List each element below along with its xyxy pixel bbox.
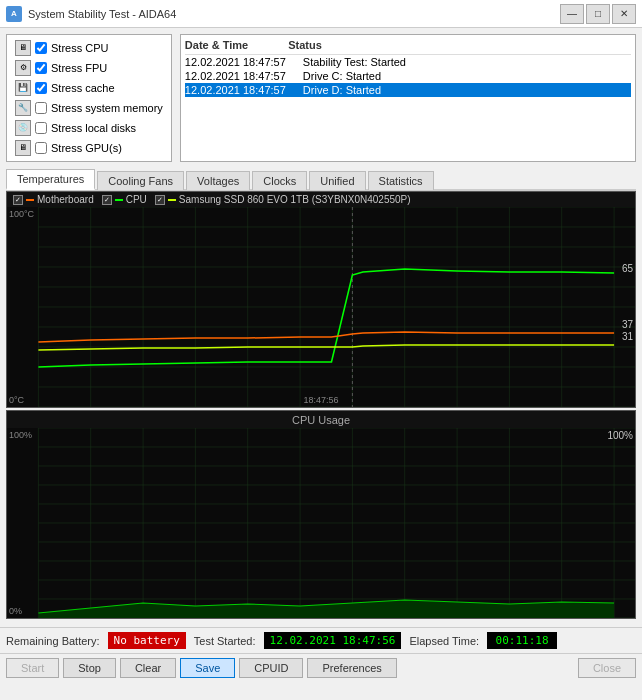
tabs-bar: Temperatures Cooling Fans Voltages Clock… <box>6 168 636 191</box>
cpu-icon: 🖥 <box>15 40 31 56</box>
stress-memory-checkbox[interactable] <box>35 102 47 114</box>
stress-cpu-checkbox[interactable] <box>35 42 47 54</box>
stress-cpu-row[interactable]: 🖥 Stress CPU <box>15 39 163 57</box>
legend-cpu-label: CPU <box>126 194 147 205</box>
test-started-value: 12.02.2021 18:47:56 <box>264 632 402 649</box>
minimize-button[interactable]: — <box>560 4 584 24</box>
stress-disks-checkbox[interactable] <box>35 122 47 134</box>
clear-button[interactable]: Clear <box>120 658 176 678</box>
save-button[interactable]: Save <box>180 658 235 678</box>
elapsed-label: Elapsed Time: <box>409 635 479 647</box>
cpu-chart: 100% 0% 100% <box>7 428 635 618</box>
stress-memory-label: Stress system memory <box>51 102 163 114</box>
maximize-button[interactable]: □ <box>586 4 610 24</box>
stress-disks-row[interactable]: 💿 Stress local disks <box>15 119 163 137</box>
stress-memory-row[interactable]: 🔧 Stress system memory <box>15 99 163 117</box>
legend-motherboard: ✓ Motherboard <box>13 194 94 205</box>
log-status-3: Drive D: Started <box>303 84 631 96</box>
start-button[interactable]: Start <box>6 658 59 678</box>
legend-mb-label: Motherboard <box>37 194 94 205</box>
temp-value-37: 37 <box>622 319 633 330</box>
chart-timestamp: 18:47:56 <box>303 395 338 405</box>
close-button[interactable]: ✕ <box>612 4 636 24</box>
log-entry-2[interactable]: 12.02.2021 18:47:57 Drive C: Started <box>185 69 631 83</box>
log-panel: Date & Time Status 12.02.2021 18:47:57 S… <box>180 34 636 162</box>
log-col-date: Date & Time <box>185 39 248 51</box>
log-date-1: 12.02.2021 18:47:57 <box>185 56 295 68</box>
tab-clocks[interactable]: Clocks <box>252 171 307 190</box>
stress-gpu-label: Stress GPU(s) <box>51 142 122 154</box>
main-window: 🖥 Stress CPU ⚙ Stress FPU 💾 Stress cache… <box>0 28 642 627</box>
test-started-label: Test Started: <box>194 635 256 647</box>
log-col-status: Status <box>288 39 322 51</box>
elapsed-value: 00:11:18 <box>487 632 557 649</box>
battery-label: Remaining Battery: <box>6 635 100 647</box>
chart-legend: ✓ Motherboard ✓ CPU ✓ Samsung SSD 860 EV… <box>7 192 635 207</box>
stress-cache-row[interactable]: 💾 Stress cache <box>15 79 163 97</box>
memory-icon: 🔧 <box>15 100 31 116</box>
close-window-button[interactable]: Close <box>578 658 636 678</box>
stress-fpu-row[interactable]: ⚙ Stress FPU <box>15 59 163 77</box>
cpu-right-100: 100% <box>607 430 633 441</box>
bottom-bar: Remaining Battery: No battery Test Start… <box>0 627 642 653</box>
battery-value: No battery <box>108 632 186 649</box>
title-bar: A System Stability Test - AIDA64 — □ ✕ <box>0 0 642 28</box>
app-icon: A <box>6 6 22 22</box>
preferences-button[interactable]: Preferences <box>307 658 396 678</box>
log-date-3: 12.02.2021 18:47:57 <box>185 84 295 96</box>
temp-chart-svg <box>7 207 635 407</box>
legend-cpu: ✓ CPU <box>102 194 147 205</box>
legend-ssd-label: Samsung SSD 860 EVO 1TB (S3YBNX0N402550P… <box>179 194 411 205</box>
stress-disks-label: Stress local disks <box>51 122 136 134</box>
tab-unified[interactable]: Unified <box>309 171 365 190</box>
cpu-chart-svg <box>7 428 635 618</box>
tab-cooling-fans[interactable]: Cooling Fans <box>97 171 184 190</box>
cpu-chart-container: CPU Usage <box>6 410 636 619</box>
tab-voltages[interactable]: Voltages <box>186 171 250 190</box>
legend-ssd: ✓ Samsung SSD 860 EVO 1TB (S3YBNX0N40255… <box>155 194 411 205</box>
fpu-icon: ⚙ <box>15 60 31 76</box>
log-status-2: Drive C: Started <box>303 70 631 82</box>
stress-fpu-checkbox[interactable] <box>35 62 47 74</box>
title-bar-left: A System Stability Test - AIDA64 <box>6 6 176 22</box>
temp-value-65: 65 <box>622 263 633 274</box>
stop-button[interactable]: Stop <box>63 658 116 678</box>
legend-cpu-color <box>115 199 123 201</box>
tab-statistics[interactable]: Statistics <box>368 171 434 190</box>
temp-chart-container: ✓ Motherboard ✓ CPU ✓ Samsung SSD 860 EV… <box>6 191 636 408</box>
legend-ssd-color <box>168 199 176 201</box>
action-bar: Start Stop Clear Save CPUID Preferences … <box>0 653 642 682</box>
log-status-1: Stability Test: Started <box>303 56 631 68</box>
stress-cache-label: Stress cache <box>51 82 115 94</box>
window-title: System Stability Test - AIDA64 <box>28 8 176 20</box>
stress-cache-checkbox[interactable] <box>35 82 47 94</box>
log-date-2: 12.02.2021 18:47:57 <box>185 70 295 82</box>
gpu-icon: 🖥 <box>15 140 31 156</box>
legend-cpu-checkbox[interactable]: ✓ <box>102 195 112 205</box>
cpu-chart-title: CPU Usage <box>7 411 635 428</box>
stress-fpu-label: Stress FPU <box>51 62 107 74</box>
legend-ssd-checkbox[interactable]: ✓ <box>155 195 165 205</box>
legend-mb-checkbox[interactable]: ✓ <box>13 195 23 205</box>
log-header: Date & Time Status <box>185 39 631 55</box>
cpu-usage-outer: CPU Usage <box>6 410 636 619</box>
log-entry-3[interactable]: 12.02.2021 18:47:57 Drive D: Started <box>185 83 631 97</box>
tab-temperatures[interactable]: Temperatures <box>6 169 95 190</box>
temp-value-31: 31 <box>622 331 633 342</box>
legend-mb-color <box>26 199 34 201</box>
window-controls: — □ ✕ <box>560 4 636 24</box>
cpuid-button[interactable]: CPUID <box>239 658 303 678</box>
top-section: 🖥 Stress CPU ⚙ Stress FPU 💾 Stress cache… <box>6 34 636 162</box>
stress-gpu-checkbox[interactable] <box>35 142 47 154</box>
stress-panel: 🖥 Stress CPU ⚙ Stress FPU 💾 Stress cache… <box>6 34 172 162</box>
stress-cpu-label: Stress CPU <box>51 42 108 54</box>
cache-icon: 💾 <box>15 80 31 96</box>
log-entry-1[interactable]: 12.02.2021 18:47:57 Stability Test: Star… <box>185 55 631 69</box>
stress-gpu-row[interactable]: 🖥 Stress GPU(s) <box>15 139 163 157</box>
disk-icon: 💿 <box>15 120 31 136</box>
svg-marker-47 <box>38 600 614 618</box>
temp-chart-outer: ✓ Motherboard ✓ CPU ✓ Samsung SSD 860 EV… <box>6 191 636 408</box>
temp-chart: 100°C 0°C 65 37 31 18:47:56 <box>7 207 635 407</box>
